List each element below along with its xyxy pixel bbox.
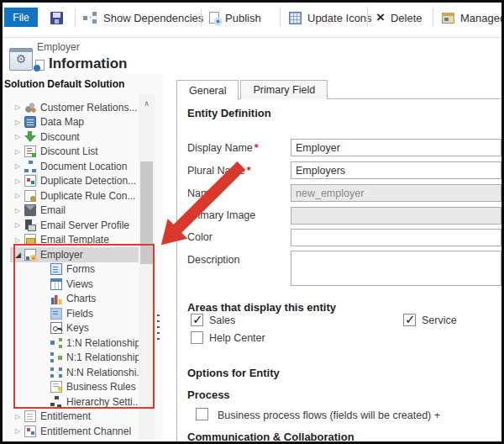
tab-general-label: General	[189, 85, 226, 97]
tree-item-fields[interactable]: Fields	[10, 306, 140, 321]
tree-item-n1-relationships[interactable]: N:1 Relationships	[10, 351, 140, 366]
color-input[interactable]	[291, 229, 501, 246]
show-dependencies-button[interactable]: Show Dependencies	[83, 7, 203, 29]
tree-item-charts[interactable]: Charts	[10, 292, 140, 307]
tree-item-entitlement[interactable]: ▷Entitlement	[10, 410, 140, 425]
communication-heading: Communication & Collaboration	[187, 431, 354, 441]
tab-primary-field[interactable]: Primary Field	[240, 80, 328, 99]
entity-name: Employer	[37, 41, 80, 53]
collapse-icon[interactable]: ◢	[15, 251, 24, 259]
tree-item-duplicate-detection[interactable]: ▷Duplicate Detection...	[10, 174, 140, 189]
publish-label: Publish	[225, 12, 261, 24]
process-heading: Process	[187, 388, 230, 401]
expand-icon[interactable]: ▷	[15, 236, 24, 244]
save-button[interactable]	[50, 7, 63, 29]
expand-icon[interactable]: ▷	[15, 133, 24, 140]
fields-icon	[50, 308, 62, 320]
expand-icon[interactable]: ▷	[15, 148, 24, 156]
delete-icon: ×	[376, 12, 385, 24]
save-icon	[50, 12, 63, 24]
tree-item-duplicate-rule[interactable]: ▷Duplicate Rule Con...	[10, 188, 140, 204]
tree-item-employer[interactable]: ◢Employer	[10, 247, 140, 262]
expand-icon[interactable]: ▷	[15, 119, 24, 126]
required-marker: *	[217, 188, 221, 199]
update-icons-button[interactable]: Update Icons	[289, 7, 372, 29]
expand-icon[interactable]: ▷	[15, 162, 24, 170]
scrollbar-thumb[interactable]	[140, 161, 153, 264]
one-to-n-relationships-icon	[50, 337, 62, 349]
business-rules-icon	[50, 381, 62, 393]
toolbar-separator	[201, 8, 202, 27]
forms-icon	[50, 263, 62, 275]
customer-relationship-icon	[24, 102, 36, 114]
plural-name-input[interactable]	[291, 161, 501, 179]
tab-bar: General Primary Field	[176, 80, 329, 99]
tree-item-label: N:N Relationshi...	[66, 367, 140, 378]
expand-icon[interactable]: ▷	[15, 221, 24, 229]
data-map-icon	[24, 116, 36, 128]
tree-item-label: Hierarchy Setti...	[66, 396, 140, 408]
expand-icon[interactable]: ▷	[15, 207, 24, 214]
sales-checkbox[interactable]	[191, 314, 203, 326]
tree-item-entitlement-channel[interactable]: ▷Entitlement Channel	[10, 424, 140, 439]
tree-item-email[interactable]: ▷Email	[10, 204, 140, 219]
tree-item-customer-relationship[interactable]: ▷Customer Relations...	[10, 100, 140, 115]
tree-item-keys[interactable]: Keys	[10, 321, 140, 336]
tree-item-label: Forms	[66, 263, 95, 275]
expand-icon[interactable]: ▷	[15, 177, 24, 185]
name-input	[291, 184, 501, 202]
description-textarea[interactable]	[291, 251, 501, 286]
plural-name-label: Plural Name*	[187, 165, 290, 177]
expand-icon[interactable]: ▷	[15, 192, 24, 199]
tree-scrollbar[interactable]: ∧	[139, 94, 155, 439]
panel-splitter-grip[interactable]	[157, 314, 160, 341]
business-process-flows-label: Business process flows (fields will be c…	[218, 410, 440, 421]
name-label: Name*	[187, 188, 290, 199]
expand-icon[interactable]: ▷	[15, 413, 24, 420]
email-template-icon	[24, 234, 36, 246]
tree-item-label: Employer	[40, 249, 83, 261]
app-window: Show Dependencies Publish Update Icons ×…	[0, 0, 504, 444]
employer-entity-icon	[24, 249, 36, 261]
help-center-checkbox[interactable]	[191, 331, 203, 344]
toolbar-separator	[75, 8, 76, 27]
tree-item-discount-list[interactable]: ▷Discount List	[10, 145, 140, 160]
tree-item-data-map[interactable]: ▷Data Map	[10, 115, 140, 130]
document-location-icon	[24, 161, 36, 172]
tree-item-label: Keys	[66, 322, 89, 334]
tree-item-1n-relationships[interactable]: 1:N Relationships	[10, 336, 140, 351]
expand-icon[interactable]: ▷	[15, 103, 24, 111]
tree-item-label: Customer Relations...	[40, 102, 137, 114]
tree-item-label: Duplicate Detection...	[40, 175, 136, 187]
tree-item-label: N:1 Relationships	[66, 352, 140, 363]
solution-tree: ▷Customer Relations... ▷Data Map ▷Discou…	[10, 100, 140, 439]
publish-button[interactable]: Publish	[209, 7, 261, 29]
tree-item-forms[interactable]: Forms	[10, 262, 140, 278]
tree-item-discount[interactable]: ▷Discount	[10, 130, 140, 145]
scroll-up-icon[interactable]: ∧	[139, 99, 155, 108]
tree-item-document-location[interactable]: ▷Document Location	[10, 159, 140, 174]
tree-item-email-template[interactable]: ▷Email Template	[10, 233, 140, 248]
business-process-flows-checkbox[interactable]	[196, 408, 208, 420]
display-name-label: Display Name*	[187, 142, 290, 154]
expand-icon[interactable]: ▷	[15, 427, 24, 435]
n-to-one-relationships-icon	[50, 352, 62, 363]
tree-item-email-server-profile[interactable]: ▷Email Server Profile	[10, 218, 140, 233]
required-marker: *	[247, 165, 251, 177]
tree-item-business-rules[interactable]: Business Rules	[10, 380, 140, 395]
service-checkbox[interactable]	[403, 314, 416, 326]
file-menu-button[interactable]: File	[4, 8, 38, 27]
n-to-n-relationships-icon	[50, 367, 62, 378]
managed-properties-button[interactable]: Managed Pro	[442, 7, 504, 29]
tree-item-nn-relationships[interactable]: N:N Relationshi...	[10, 365, 140, 380]
display-name-input[interactable]	[291, 139, 501, 156]
delete-button[interactable]: × Delete	[376, 7, 423, 29]
page-title: Information	[49, 56, 128, 72]
tree-item-label: Discount List	[40, 145, 98, 157]
tree-item-hierarchy-settings[interactable]: Hierarchy Setti...	[10, 394, 140, 410]
tree-item-views[interactable]: Views	[10, 277, 140, 292]
toolbar-separator	[433, 8, 433, 27]
tab-general[interactable]: General	[176, 80, 239, 100]
primary-image-label: Primary Image	[187, 209, 290, 221]
tree-item-label: 1:N Relationships	[66, 337, 140, 349]
